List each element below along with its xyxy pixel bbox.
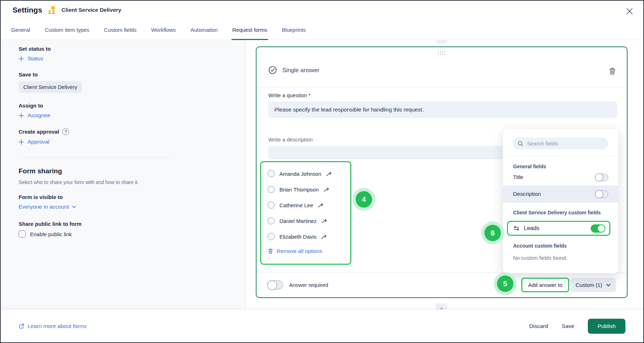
save-to-chip: Client Service Delivery — [19, 81, 82, 93]
option-row: Elizabeth Davis — [268, 229, 344, 244]
branch-icon[interactable] — [318, 203, 324, 208]
field-row-title: Title — [503, 170, 618, 184]
enable-public-link-label: Enable public link — [30, 231, 72, 237]
exchange-arrows-icon — [513, 226, 519, 231]
create-approval-label: Create approval ? — [19, 128, 228, 135]
answer-required-toggle[interactable] — [267, 280, 283, 289]
chevron-down-icon — [72, 205, 76, 208]
account-custom-fields-section-label: Account custom fields — [513, 242, 608, 250]
settings-modal: Single answer Write a question * Write a… — [0, 0, 644, 343]
title-field-toggle[interactable] — [595, 174, 608, 181]
step-badge-4-number: 4 — [356, 191, 372, 208]
project-icon — [47, 5, 57, 15]
question-input[interactable] — [268, 101, 617, 118]
title-row: Settings Client Service Delivery — [13, 5, 121, 15]
create-approval-text: Create approval — [19, 129, 59, 135]
add-approval-button[interactable]: Approval — [19, 139, 49, 145]
assign-to-label: Assign to — [19, 103, 228, 109]
step-badge-6: 6 — [481, 222, 504, 244]
tab-general[interactable]: General — [10, 27, 31, 40]
chevron-down-icon — [606, 284, 611, 287]
tab-workflows[interactable]: Workflows — [150, 27, 176, 40]
modal-header: Settings Client Service Delivery General… — [1, 1, 643, 40]
radio-icon[interactable] — [268, 202, 275, 209]
form-visibility-dropdown[interactable]: Everyone in account — [19, 204, 76, 210]
single-answer-icon — [268, 66, 277, 74]
card-header-divider — [257, 87, 627, 88]
description-label: Write a description — [268, 136, 313, 143]
option-name[interactable]: Elizabeth Davis — [279, 234, 316, 240]
option-name[interactable]: Catherine Lee — [279, 202, 313, 208]
search-fields-input[interactable] — [527, 140, 604, 146]
custom-field-dropdown-label: Custom (1) — [576, 282, 602, 288]
publish-button[interactable]: Publish — [588, 319, 625, 334]
answer-destination-controls: Add answer to Custom (1) — [521, 278, 616, 292]
plus-icon — [19, 56, 24, 61]
help-icon[interactable]: ? — [62, 128, 69, 135]
close-icon[interactable] — [624, 6, 635, 16]
option-name[interactable]: Amanda Johnson — [279, 171, 321, 177]
step-badge-4: 4 — [352, 188, 375, 211]
option-name[interactable]: Brian Thompson — [279, 187, 319, 193]
add-status-label: Status — [28, 55, 43, 62]
tab-custom-item-types[interactable]: Custom item types — [44, 27, 90, 40]
radio-icon[interactable] — [268, 170, 275, 177]
form-settings-sidebar: Set status to Status Save to Client Serv… — [1, 40, 246, 309]
csd-custom-fields-section-label: Client Service Delivery custom fields — [513, 209, 608, 217]
branch-icon[interactable] — [321, 234, 327, 239]
description-field-toggle[interactable] — [595, 190, 608, 198]
plus-icon — [19, 113, 24, 118]
learn-more-link[interactable]: Learn more about forms — [19, 323, 87, 329]
bottom-action-bar: Learn more about forms Discard Save Publ… — [1, 309, 643, 342]
popup-divider — [503, 156, 618, 156]
drag-handle-icon[interactable] — [438, 51, 446, 55]
option-row: Catherine Lee — [268, 197, 344, 213]
enable-public-link-checkbox[interactable] — [19, 230, 26, 238]
enable-public-link-control: Enable public link — [19, 230, 228, 238]
share-public-link-label: Share public link to form — [19, 221, 228, 227]
plus-icon — [19, 139, 24, 145]
question-label: Write a question * — [268, 92, 311, 98]
step-badge-5: 5 — [494, 272, 517, 295]
radio-icon[interactable] — [268, 186, 275, 193]
save-button[interactable]: Save — [562, 323, 574, 329]
radio-icon[interactable] — [268, 233, 275, 240]
leads-field-label: Leads — [524, 225, 540, 232]
learn-more-label: Learn more about forms — [28, 323, 87, 329]
search-icon — [518, 141, 523, 146]
card-footer: Answer required Add answer to Custom (1) — [257, 272, 627, 297]
settings-tabs: General Custom item types Custom fields … — [10, 27, 307, 40]
form-sharing-description: Select who to share your form with and h… — [19, 180, 228, 185]
form-sharing-title: Form sharing — [19, 167, 228, 175]
remove-all-options-label: Remove all options — [277, 248, 322, 254]
search-fields-box[interactable] — [513, 138, 608, 149]
option-name[interactable]: Daniel Martinez — [279, 218, 317, 224]
field-row-description-label: Description — [513, 191, 541, 197]
branch-icon[interactable] — [321, 218, 327, 224]
tab-automation[interactable]: Automation — [190, 27, 218, 40]
remove-all-options-button[interactable]: Remove all options — [268, 248, 344, 254]
discard-button[interactable]: Discard — [529, 323, 548, 329]
add-assignee-button[interactable]: Assignee — [19, 112, 50, 119]
tab-custom-fields[interactable]: Custom fields — [103, 27, 137, 40]
custom-field-dropdown[interactable]: Custom (1) — [570, 278, 616, 292]
bar-actions: Discard Save Publish — [529, 319, 625, 334]
option-row: Amanda Johnson — [268, 166, 344, 182]
delete-question-icon[interactable] — [609, 67, 616, 75]
leads-field-toggle[interactable] — [591, 224, 605, 233]
add-answer-to-button[interactable]: Add answer to — [521, 278, 569, 292]
add-status-button[interactable]: Status — [19, 55, 43, 62]
add-approval-label: Approval — [28, 139, 49, 145]
tab-request-forms[interactable]: Request forms — [231, 27, 268, 40]
save-to-label: Save to — [19, 71, 228, 78]
branch-icon[interactable] — [323, 187, 330, 192]
branch-icon[interactable] — [326, 171, 332, 177]
no-custom-fields-message: No custom fields found. — [513, 255, 608, 261]
radio-icon[interactable] — [268, 217, 275, 224]
form-visible-label: Form is visible to — [19, 194, 228, 200]
field-row-title-label: Title — [513, 174, 523, 180]
project-name: Client Service Delivery — [62, 7, 121, 13]
option-row: Brian Thompson — [268, 182, 344, 197]
tab-blueprints[interactable]: Blueprints — [281, 27, 307, 40]
step-badge-5-number: 5 — [497, 275, 513, 292]
